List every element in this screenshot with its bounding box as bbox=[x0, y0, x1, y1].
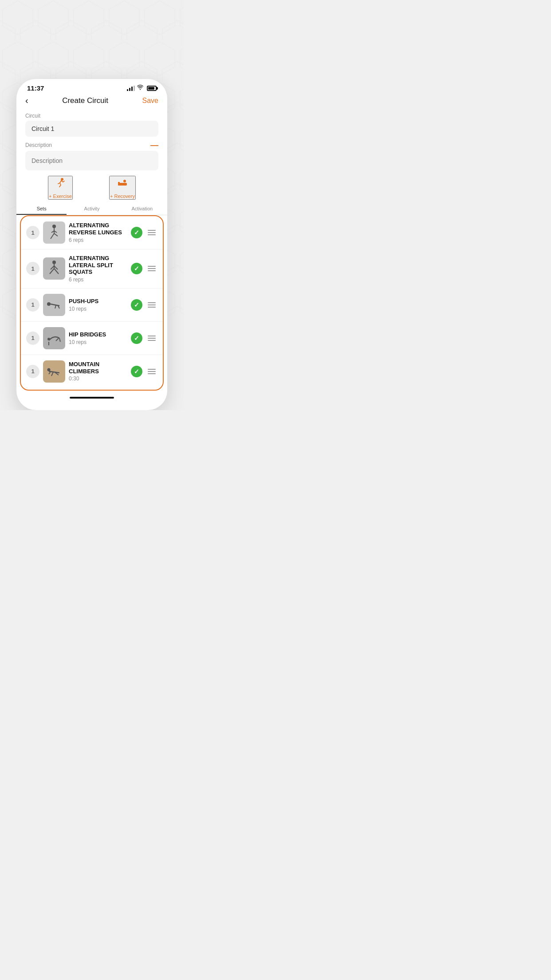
check-icon[interactable] bbox=[131, 263, 142, 274]
description-input[interactable] bbox=[25, 151, 158, 170]
set-number: 1 bbox=[26, 226, 39, 239]
exercise-item: 1 HIP BRIDGES 10 reps bbox=[21, 322, 163, 355]
phone-mockup: 11:37 bbox=[16, 79, 167, 410]
tab-activation[interactable]: Activation bbox=[117, 203, 167, 215]
drag-handle-icon[interactable] bbox=[146, 367, 157, 376]
svg-point-33 bbox=[47, 368, 51, 371]
exercise-thumbnail bbox=[43, 327, 65, 349]
tab-activity[interactable]: Activity bbox=[67, 203, 117, 215]
svg-point-7 bbox=[123, 180, 126, 182]
check-icon[interactable] bbox=[131, 227, 142, 238]
home-indicator bbox=[70, 397, 114, 399]
exercise-list: 1 ALTERNATING REVERSE LUNGES bbox=[20, 215, 164, 391]
navbar-title: Create Circuit bbox=[62, 96, 108, 105]
exercise-name: PUSH-UPS bbox=[69, 298, 127, 305]
description-row: Description — bbox=[25, 141, 158, 149]
description-label: Description bbox=[25, 142, 52, 148]
svg-rect-6 bbox=[118, 182, 120, 186]
exercise-thumbnail bbox=[43, 257, 65, 280]
tab-activity-label: Activity bbox=[84, 206, 100, 211]
exercise-item: 1 PUSH-UPS 10 reps bbox=[21, 288, 163, 322]
status-icons bbox=[127, 85, 157, 91]
exercise-info: ALTERNATING REVERSE LUNGES 6 reps bbox=[69, 222, 127, 243]
status-bar: 11:37 bbox=[16, 79, 167, 94]
back-button[interactable]: ‹ bbox=[25, 95, 28, 106]
exercise-name: HIP BRIDGES bbox=[69, 331, 127, 338]
svg-point-23 bbox=[47, 302, 51, 306]
svg-rect-27 bbox=[44, 328, 64, 348]
tab-activation-label: Activation bbox=[131, 206, 153, 211]
exercise-item: 1 ALTERNATING LATERAL SPLIT SQUATS 6 rep bbox=[21, 249, 163, 288]
description-minus-icon[interactable]: — bbox=[150, 141, 158, 149]
drag-handle-icon[interactable] bbox=[146, 228, 157, 237]
svg-point-4 bbox=[61, 178, 63, 181]
set-number: 1 bbox=[26, 332, 39, 345]
exercise-name: ALTERNATING LATERAL SPLIT SQUATS bbox=[69, 255, 127, 276]
check-icon[interactable] bbox=[131, 332, 142, 344]
status-time: 11:37 bbox=[27, 84, 44, 92]
exercise-detail: 10 reps bbox=[69, 306, 127, 312]
svg-point-16 bbox=[52, 261, 56, 264]
form-area: Circuit Description — bbox=[16, 113, 167, 170]
exercise-icon bbox=[54, 177, 67, 192]
exercise-detail: 6 reps bbox=[69, 277, 127, 283]
recovery-icon bbox=[116, 177, 129, 192]
signal-bars-icon bbox=[127, 86, 135, 91]
exercise-item: 1 MOUNTAIN CLIMBERS 0:30 bbox=[21, 355, 163, 388]
exercise-detail: 0:30 bbox=[69, 375, 127, 382]
exercise-item: 1 ALTERNATING REVERSE LUNGES bbox=[21, 216, 163, 249]
exercise-info: ALTERNATING LATERAL SPLIT SQUATS 6 reps bbox=[69, 255, 127, 283]
drag-handle-icon[interactable] bbox=[146, 300, 157, 309]
exercise-detail: 10 reps bbox=[69, 339, 127, 345]
add-recovery-button[interactable]: + Recovery bbox=[109, 176, 136, 200]
navbar: ‹ Create Circuit Save bbox=[16, 94, 167, 109]
set-number: 1 bbox=[26, 262, 39, 275]
exercise-name: ALTERNATING REVERSE LUNGES bbox=[69, 222, 127, 236]
add-exercise-label: + Exercise bbox=[49, 194, 72, 199]
drag-handle-icon[interactable] bbox=[146, 264, 157, 273]
drag-handle-icon[interactable] bbox=[146, 334, 157, 343]
circuit-input[interactable] bbox=[25, 121, 158, 137]
add-exercise-button[interactable]: + Exercise bbox=[48, 176, 73, 200]
circuit-label: Circuit bbox=[25, 113, 158, 119]
add-recovery-label: + Recovery bbox=[110, 194, 135, 199]
wifi-icon bbox=[137, 85, 143, 91]
tab-sets[interactable]: Sets bbox=[16, 203, 67, 215]
exercise-detail: 6 reps bbox=[69, 237, 127, 243]
check-icon[interactable] bbox=[131, 299, 142, 311]
svg-point-9 bbox=[52, 225, 56, 228]
page-wrapper: Create Workouts Quickly With Customized … bbox=[0, 0, 184, 410]
save-button[interactable]: Save bbox=[142, 97, 158, 105]
exercise-thumbnail bbox=[43, 221, 65, 244]
tab-sets-label: Sets bbox=[37, 206, 47, 211]
exercise-name: MOUNTAIN CLIMBERS bbox=[69, 361, 127, 375]
exercise-thumbnail bbox=[43, 294, 65, 316]
set-number: 1 bbox=[26, 298, 39, 312]
check-icon[interactable] bbox=[131, 366, 142, 377]
battery-icon bbox=[147, 86, 157, 91]
exercise-info: PUSH-UPS 10 reps bbox=[69, 298, 127, 312]
action-buttons: + Exercise + Recovery bbox=[16, 170, 167, 200]
exercise-thumbnail bbox=[43, 360, 65, 383]
exercise-info: MOUNTAIN CLIMBERS 0:30 bbox=[69, 361, 127, 382]
set-number: 1 bbox=[26, 365, 39, 378]
exercise-info: HIP BRIDGES 10 reps bbox=[69, 331, 127, 345]
tab-bar: Sets Activity Activation bbox=[16, 203, 167, 215]
